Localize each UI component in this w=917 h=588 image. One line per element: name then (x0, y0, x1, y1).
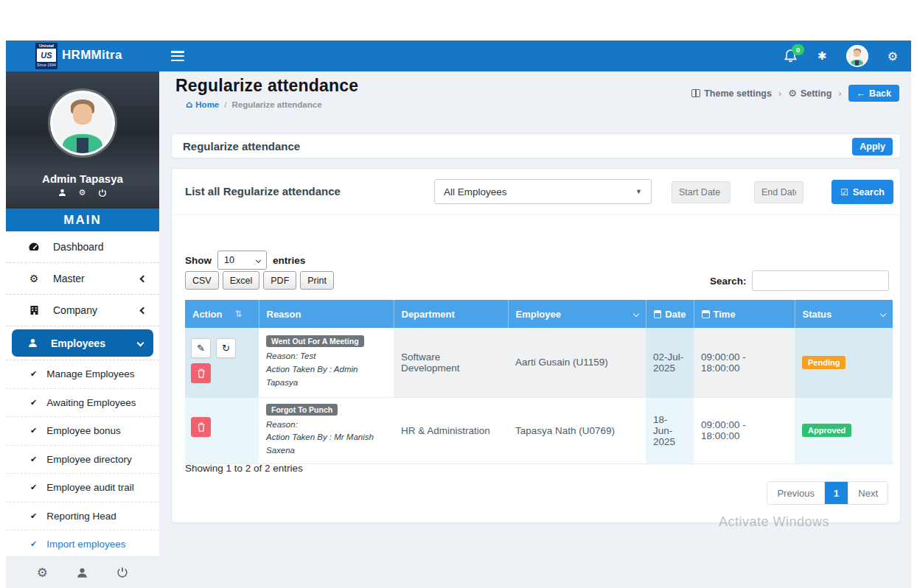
asterisk-icon[interactable]: ✱ (817, 49, 827, 63)
edit-button[interactable]: ✎ (191, 338, 211, 358)
footer-user-icon[interactable] (77, 567, 88, 578)
action-taken-text: Action Taken By : Admin Tapasya (266, 363, 386, 390)
apply-button[interactable]: Apply (852, 138, 893, 155)
pdf-button[interactable]: PDF (263, 271, 296, 290)
date-cell: 02-Jul-2025 (646, 328, 694, 397)
logo-mark: US (37, 49, 56, 62)
pagination: Previous 1 Next (767, 481, 888, 505)
check-icon: ✔ (30, 511, 37, 521)
app-window: Unistal US Since 1994 HRMMitra 0 ✱ ⚙ (6, 41, 911, 588)
theme-settings-label: Theme settings (704, 88, 772, 99)
export-buttons: CSV Excel PDF Print (185, 271, 334, 290)
table-search-label: Search: (710, 276, 747, 287)
select-caret-icon: ▼ (635, 188, 642, 195)
profile-avatar[interactable] (50, 91, 115, 155)
sidebar-item-employees-wrap: Employees (6, 326, 159, 360)
trash-icon (197, 368, 206, 378)
footer-settings-icon[interactable]: ⚙ (37, 565, 48, 580)
csv-button[interactable]: CSV (185, 271, 219, 290)
reason-type-badge: Went Out For A Meeting (266, 335, 364, 347)
end-date-input[interactable] (754, 181, 803, 203)
user-avatar[interactable] (846, 45, 868, 67)
back-button[interactable]: ← Back (848, 85, 899, 102)
previous-page-button[interactable]: Previous (767, 482, 825, 504)
sidebar-subitem-import-employees[interactable]: ✔ Import employees (6, 531, 159, 559)
setting-link[interactable]: ⚙ Setting (788, 88, 831, 99)
start-date-input[interactable] (672, 181, 731, 203)
reason-text: Reason: Test (266, 350, 386, 363)
footer-power-icon[interactable] (116, 567, 128, 578)
employee-cell: Tapasya Nath (U0769) (508, 397, 646, 463)
sidebar-item-employees[interactable]: Employees (12, 329, 153, 357)
chevron-left-icon (140, 275, 147, 282)
pencil-icon: ✎ (197, 343, 205, 354)
breadcrumb-home-link[interactable]: ⌂ Home (186, 99, 219, 110)
notification-count-badge: 0 (792, 44, 804, 55)
column-label: Status (803, 309, 832, 320)
print-button[interactable]: Print (300, 271, 334, 290)
column-header-action[interactable]: Action⇅ (185, 300, 259, 328)
sidebar-subitem-label: Manage Employees (46, 368, 134, 379)
sync-button[interactable]: ↻ (216, 338, 236, 358)
list-panel-title: List all Regularize attendance (185, 185, 341, 197)
time-cell: 09:00:00 - 18:00:00 (694, 397, 795, 463)
top-navbar: Unistal US Since 1994 HRMMitra 0 ✱ ⚙ (6, 41, 911, 71)
employee-filter-select[interactable]: All Employees ▼ (434, 179, 652, 204)
column-label: Employee (516, 309, 561, 320)
search-button[interactable]: ☑ Search (831, 180, 893, 204)
sidebar-subitem-employee-bonus[interactable]: ✔ Employee bonus (6, 417, 159, 446)
sidebar-item-label: Dashboard (53, 241, 104, 253)
column-header-reason[interactable]: Reason (259, 300, 394, 328)
sidebar-toggle-icon[interactable] (171, 51, 184, 61)
column-header-department[interactable]: Department (394, 300, 508, 328)
notifications-bell-icon[interactable]: 0 (784, 48, 798, 64)
person-icon (28, 338, 38, 348)
avatar-head (73, 104, 92, 125)
profile-power-icon[interactable] (98, 189, 107, 197)
next-page-button[interactable]: Next (848, 482, 888, 504)
page-title: Regularize attendance (175, 76, 358, 96)
search-button-label: Search (853, 186, 885, 197)
list-regularize-attendance-panel: List all Regularize attendance All Emplo… (171, 168, 901, 523)
employee-cell: Aarti Gusain (U1159) (508, 328, 646, 397)
column-label: Action (192, 309, 222, 320)
sidebar-subitem-awaiting-employees[interactable]: ✔ Awaiting Employees (6, 389, 159, 418)
department-cell: Software Development (394, 328, 508, 397)
page-length-select[interactable]: 10 (217, 251, 267, 270)
table-search-input[interactable] (752, 270, 889, 291)
sidebar-subitem-label: Employee directory (46, 454, 132, 465)
sidebar-subitem-employee-directory[interactable]: ✔ Employee directory (6, 446, 159, 475)
sidebar-item-company[interactable]: Company (6, 295, 159, 326)
sidebar-subitem-manage-employees[interactable]: ✔ Manage Employees (6, 360, 159, 389)
column-header-employee[interactable]: Employee (508, 300, 646, 328)
settings-gear-icon[interactable]: ⚙ (888, 49, 898, 63)
column-label: Date (665, 309, 686, 320)
avatar-head (854, 50, 860, 57)
table-row: ✎ ↻ Went Out For A Meeting Reason: Test … (185, 328, 893, 397)
sidebar-item-label: Employees (51, 337, 105, 349)
column-header-date[interactable]: Date (646, 300, 694, 328)
column-header-time[interactable]: Time (694, 300, 795, 328)
theme-settings-link[interactable]: Theme settings (691, 88, 772, 99)
sidebar-subitem-employee-audit-trail[interactable]: ✔ Employee audit trail (6, 474, 159, 503)
calendar-icon (654, 310, 662, 318)
sidebar-item-dashboard[interactable]: Dashboard (6, 231, 159, 263)
profile-settings-icon[interactable]: ⚙ (79, 188, 86, 197)
activate-windows-watermark: Activate Windows (719, 514, 829, 530)
checkbox-icon: ☑ (840, 187, 848, 197)
columns-icon (691, 89, 700, 97)
delete-button[interactable] (191, 363, 211, 383)
sidebar-subitem-reporting-head[interactable]: ✔ Reporting Head (6, 503, 159, 531)
sidebar-footer: ⚙ (6, 556, 159, 588)
page-1-button[interactable]: 1 (825, 482, 848, 504)
page-top-actions: Theme settings › ⚙ Setting › ← Back (691, 85, 899, 102)
excel-button[interactable]: Excel (223, 271, 260, 290)
column-label: Department (402, 309, 455, 320)
sidebar-item-master[interactable]: ⚙ Master (6, 263, 159, 295)
unistal-logo[interactable]: Unistal US Since 1994 (35, 43, 57, 69)
delete-button[interactable] (191, 417, 211, 437)
column-header-status[interactable]: Status (795, 300, 893, 328)
date-cell: 18-Jun-2025 (646, 397, 694, 463)
profile-user-icon[interactable] (58, 189, 66, 197)
reason-text: Reason: (266, 419, 386, 432)
